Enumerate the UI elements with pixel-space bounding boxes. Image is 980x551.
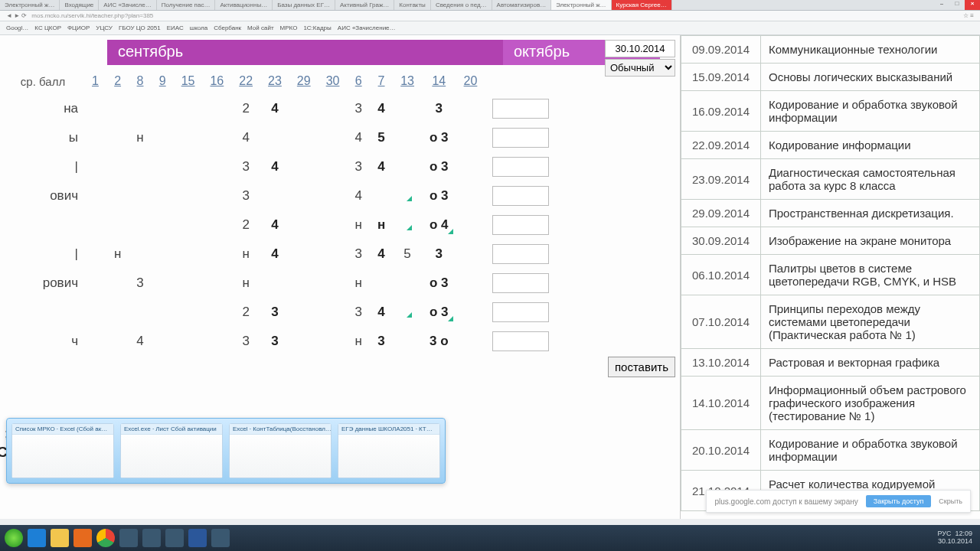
grade-cell[interactable] [260, 123, 289, 152]
grade-cell[interactable] [84, 269, 106, 298]
col-date[interactable]: 30 [318, 70, 348, 94]
grade-cell[interactable] [289, 327, 318, 356]
ie-icon[interactable] [28, 529, 46, 547]
grade-cell[interactable] [152, 269, 174, 298]
grade-cell[interactable] [318, 298, 348, 327]
grade-cell[interactable] [202, 152, 231, 181]
grade-cell[interactable]: 3 [347, 298, 369, 327]
lesson-date-input[interactable] [605, 40, 675, 57]
grade-cell[interactable] [84, 240, 106, 269]
tab-2[interactable]: АИС «Зачисле… [99, 0, 156, 10]
grade-cell[interactable] [106, 210, 129, 240]
grade-cell[interactable]: н [347, 269, 369, 298]
grade-cell[interactable] [202, 181, 231, 210]
word-icon[interactable] [188, 529, 207, 547]
lesson-topic[interactable]: Основы логических высказываний [761, 64, 980, 91]
grade-cell[interactable] [456, 298, 485, 327]
grade-cell[interactable] [129, 210, 151, 240]
grade-cell[interactable]: 3 [231, 327, 260, 356]
grade-cell[interactable] [318, 94, 348, 123]
grade-cell[interactable]: 3 [347, 240, 369, 269]
tab-11[interactable]: Курская Сергее… [612, 0, 672, 10]
col-date[interactable]: 13 [393, 70, 422, 94]
tab-10[interactable]: Электронный ж… [551, 0, 611, 10]
grade-cell[interactable] [393, 298, 422, 327]
grade-cell[interactable] [152, 181, 174, 210]
grade-cell[interactable]: о 3 [422, 152, 456, 181]
bookmark-item[interactable]: ГБОУ ЦО 2051 [119, 24, 161, 31]
lesson-topic[interactable]: Изображение на экране монитора [761, 227, 980, 255]
grade-cell[interactable] [152, 327, 174, 356]
tab-3[interactable]: Получение пас… [157, 0, 216, 10]
grade-cell[interactable] [129, 152, 151, 181]
grade-cell[interactable] [393, 152, 422, 181]
grade-cell[interactable] [318, 181, 348, 210]
bookmark-item[interactable]: АИС «Зачисление… [338, 24, 396, 31]
grade-cell[interactable] [393, 94, 422, 123]
grade-cell[interactable]: 4 [370, 94, 393, 123]
switcher-window[interactable]: Список МРКО · Excel (Сбой ак… [11, 423, 114, 478]
grade-cell[interactable] [106, 269, 129, 298]
lesson-date[interactable]: 22.09.2014 [681, 132, 761, 159]
grade-cell[interactable] [260, 181, 289, 210]
col-date[interactable]: 7 [370, 70, 393, 94]
grade-cell[interactable] [318, 210, 348, 240]
grade-cell[interactable] [202, 327, 231, 356]
grade-cell[interactable] [370, 181, 393, 210]
grade-cell[interactable] [202, 123, 231, 152]
grade-input[interactable] [492, 215, 549, 235]
lesson-date[interactable]: 16.09.2014 [681, 91, 761, 132]
tab-0[interactable]: Электронный ж… [0, 0, 60, 10]
tab-9[interactable]: Автоматизиров… [492, 0, 552, 10]
lesson-topic[interactable]: Кодирование информации [761, 132, 980, 159]
tray-lang[interactable]: РУС [937, 530, 951, 537]
lesson-date[interactable]: 20.10.2014 [681, 430, 761, 471]
grade-cell[interactable] [152, 240, 174, 269]
lessons-panel[interactable]: 09.09.2014Коммуникационные технологии15.… [680, 35, 980, 519]
nav-back-icon[interactable]: ◄ [6, 12, 12, 19]
tab-4[interactable]: Активационны… [215, 0, 273, 10]
grade-cell[interactable] [174, 152, 203, 181]
grade-cell[interactable] [84, 94, 106, 123]
task-icon[interactable] [211, 529, 230, 547]
grade-cell[interactable] [129, 181, 151, 210]
grade-cell[interactable]: н [129, 123, 151, 152]
lesson-date[interactable]: 29.09.2014 [681, 200, 761, 227]
chrome-icon[interactable] [96, 529, 115, 547]
lesson-date[interactable]: 30.09.2014 [681, 227, 761, 255]
bookmark-star-icon[interactable]: ☆ [963, 12, 969, 19]
grade-cell[interactable]: н [370, 210, 393, 240]
grade-cell[interactable]: 4 [260, 210, 289, 240]
grade-cell[interactable]: 4 [260, 240, 289, 269]
close-icon[interactable]: × [965, 0, 980, 10]
grade-cell[interactable]: 3 [231, 152, 260, 181]
grade-cell[interactable]: 3 [231, 181, 260, 210]
grade-cell[interactable] [318, 269, 348, 298]
bookmark-item[interactable]: ЕИАС [167, 24, 184, 31]
url-field[interactable]: mos.mcko.ru/servik.hi/teacher.php?plan=3… [27, 12, 963, 19]
grade-cell[interactable]: н [231, 240, 260, 269]
grade-cell[interactable] [456, 327, 485, 356]
tab-8[interactable]: Сведения о пед… [431, 0, 492, 10]
tab-6[interactable]: Активный Граж… [335, 0, 394, 10]
grade-cell[interactable]: н [347, 210, 369, 240]
popup-hide-button[interactable]: Скрыть [939, 497, 962, 505]
grade-cell[interactable] [456, 210, 485, 240]
grade-cell[interactable] [84, 327, 106, 356]
grade-cell[interactable] [289, 152, 318, 181]
grade-cell[interactable] [84, 298, 106, 327]
grade-cell[interactable] [289, 269, 318, 298]
reload-icon[interactable]: ⟳ [21, 12, 27, 19]
lesson-date[interactable]: 15.09.2014 [681, 64, 761, 91]
grade-cell[interactable] [318, 123, 348, 152]
grade-cell[interactable]: 5 [393, 240, 422, 269]
bookmark-item[interactable]: УЦСУ [96, 24, 113, 31]
lesson-date[interactable]: 07.10.2014 [681, 295, 761, 349]
grade-input[interactable] [492, 128, 549, 148]
grade-cell[interactable] [289, 240, 318, 269]
grade-cell[interactable] [84, 152, 106, 181]
grade-cell[interactable] [318, 327, 348, 356]
grade-cell[interactable] [289, 298, 318, 327]
col-date[interactable]: 23 [260, 70, 289, 94]
lesson-topic[interactable]: Коммуникационные технологии [761, 36, 980, 64]
